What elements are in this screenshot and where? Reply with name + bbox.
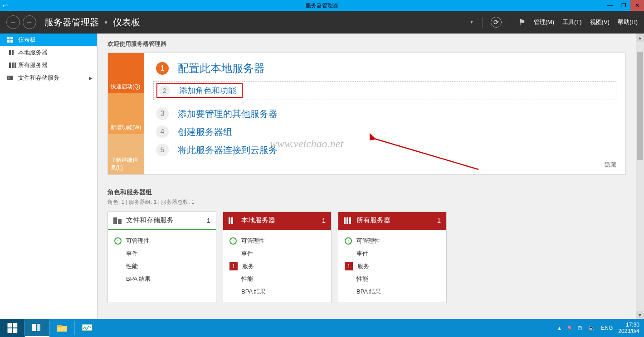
taskbar-app-explorer[interactable] bbox=[50, 319, 74, 337]
role-item-performance[interactable]: 性能 bbox=[229, 273, 325, 285]
header-actions: ▼ ⟳ ⚑ 管理(M) 工具(T) 视图(V) 帮助(H) bbox=[469, 17, 638, 28]
tab-label: 新增功能(W) bbox=[111, 124, 141, 131]
menu-tools[interactable]: 工具(T) bbox=[562, 18, 582, 26]
hide-button[interactable]: 隐藏 bbox=[605, 161, 616, 169]
tray-network-icon[interactable]: ⧉ bbox=[578, 324, 582, 332]
role-item-label: 事件 bbox=[126, 250, 138, 258]
tab-learnmore[interactable]: 了解详细信息(L) bbox=[108, 134, 144, 174]
step-add-roles-features[interactable]: 2 添加角色和功能 bbox=[156, 83, 243, 98]
step-connect-cloud[interactable]: 5 将此服务器连接到云服务 bbox=[156, 144, 614, 156]
svg-rect-2 bbox=[37, 324, 40, 331]
role-item-label: 服务 bbox=[242, 262, 254, 270]
scroll-down-icon[interactable]: ▼ bbox=[636, 311, 644, 319]
role-card-local-server: 本地服务器 1 ↑可管理性 事件 1服务 性能 BPA 结果 bbox=[223, 212, 332, 303]
role-card-count: 1 bbox=[437, 217, 441, 224]
role-item-label: 服务 bbox=[357, 262, 369, 270]
role-item-label: 性能 bbox=[241, 275, 253, 283]
tray-chevron-up-icon[interactable]: ▴ bbox=[558, 324, 561, 332]
menu-manage[interactable]: 管理(M) bbox=[534, 18, 555, 26]
roles-heading: 角色和服务器组 bbox=[107, 188, 626, 197]
window-title: 服务器管理器 bbox=[306, 2, 338, 10]
role-card-header[interactable]: 本地服务器 1 bbox=[223, 212, 331, 230]
step-number-icon: 2 bbox=[159, 85, 170, 96]
role-item-label: 可管理性 bbox=[241, 237, 265, 245]
tray-clock[interactable]: 17:30 2023/8/4 bbox=[618, 322, 639, 335]
role-item-bpa[interactable]: BPA 结果 bbox=[345, 285, 440, 298]
taskbar-app-server-manager[interactable] bbox=[25, 319, 49, 337]
server-icon bbox=[229, 217, 237, 224]
notifications-flag-icon[interactable]: ⚑ bbox=[518, 17, 526, 27]
close-button[interactable]: ✕ bbox=[630, 0, 644, 11]
role-item-events[interactable]: 事件 bbox=[345, 247, 440, 260]
role-card-header[interactable]: 所有服务器 1 bbox=[338, 212, 446, 230]
breadcrumb-dropdown-icon[interactable]: ▼ bbox=[470, 20, 474, 24]
taskbar-app-monitor[interactable] bbox=[75, 319, 99, 337]
scrollbar-thumb[interactable] bbox=[637, 52, 643, 160]
role-item-bpa[interactable]: BPA 结果 bbox=[114, 273, 210, 285]
vertical-scrollbar[interactable]: ▲ ▼ bbox=[636, 34, 644, 319]
role-cards: 文件和存储服务 1 ↑可管理性 事件 性能 BPA 结果 本地服务器 bbox=[107, 212, 626, 303]
tray-flag-icon[interactable]: ⚑ bbox=[566, 324, 572, 332]
sidebar-item-file-storage[interactable]: 文件和存储服务 ▶ bbox=[0, 72, 97, 84]
step-link: 创建服务器组 bbox=[178, 126, 232, 138]
role-item-events[interactable]: 事件 bbox=[114, 247, 210, 260]
refresh-button[interactable]: ⟳ bbox=[491, 17, 502, 28]
role-item-label: 可管理性 bbox=[126, 237, 150, 245]
role-item-services[interactable]: 1服务 bbox=[229, 260, 325, 273]
breadcrumb-app: 服务器管理器 bbox=[44, 16, 99, 29]
tray-volume-icon[interactable]: 🔈 bbox=[588, 324, 595, 332]
step-number-icon: 5 bbox=[156, 144, 169, 156]
step-create-server-group[interactable]: 4 创建服务器组 bbox=[156, 125, 614, 138]
sidebar-item-label: 文件和存储服务 bbox=[18, 74, 59, 82]
back-button[interactable]: ← bbox=[6, 15, 20, 29]
tab-label: 了解详细信息(L) bbox=[111, 156, 141, 172]
sidebar-item-label: 本地服务器 bbox=[18, 48, 48, 57]
role-card-title: 所有服务器 bbox=[356, 216, 390, 225]
system-tray: ▴ ⚑ ⧉ 🔈 ENG 17:30 2023/8/4 bbox=[558, 322, 644, 335]
role-item-bpa[interactable]: BPA 结果 bbox=[229, 285, 325, 298]
taskbar: ▴ ⚑ ⧉ 🔈 ENG 17:30 2023/8/4 bbox=[0, 319, 644, 337]
role-card-title: 本地服务器 bbox=[241, 216, 275, 225]
scroll-up-icon[interactable]: ▲ bbox=[636, 34, 644, 42]
tab-whatsnew[interactable]: 新增功能(W) bbox=[108, 93, 144, 134]
role-item-events[interactable]: 事件 bbox=[229, 247, 325, 260]
step-configure-local-server[interactable]: 1 配置此本地服务器 bbox=[156, 61, 614, 76]
all-servers-icon bbox=[344, 217, 352, 224]
role-item-manageability[interactable]: ↑可管理性 bbox=[229, 235, 325, 247]
role-item-label: 性能 bbox=[356, 275, 368, 283]
forward-button[interactable]: → bbox=[23, 15, 36, 29]
status-ok-icon: ↑ bbox=[114, 237, 122, 245]
step-link: 添加要管理的其他服务器 bbox=[178, 108, 278, 120]
role-item-manageability[interactable]: ↑可管理性 bbox=[345, 235, 440, 247]
step-add-other-servers[interactable]: 3 添加要管理的其他服务器 bbox=[156, 107, 614, 120]
menu-help[interactable]: 帮助(H) bbox=[618, 18, 638, 26]
maximize-button[interactable]: ❐ bbox=[617, 0, 630, 11]
breadcrumb: 服务器管理器 • 仪表板 bbox=[44, 16, 140, 29]
sidebar-item-all-servers[interactable]: 所有服务器 bbox=[0, 59, 97, 72]
tray-language[interactable]: ENG bbox=[601, 325, 613, 331]
role-item-performance[interactable]: 性能 bbox=[114, 260, 210, 273]
role-item-services[interactable]: 1服务 bbox=[345, 260, 440, 273]
role-card-file-storage: 文件和存储服务 1 ↑可管理性 事件 性能 BPA 结果 bbox=[107, 212, 216, 303]
sidebar-item-local-server[interactable]: 本地服务器 bbox=[0, 46, 97, 59]
role-item-label: 性能 bbox=[126, 262, 138, 270]
role-card-count: 1 bbox=[207, 217, 210, 224]
tray-time: 17:30 bbox=[618, 322, 639, 328]
minimize-button[interactable]: — bbox=[603, 0, 617, 11]
app-icon: ▭ bbox=[0, 0, 11, 11]
tab-label: 快速启动(Q) bbox=[111, 83, 140, 91]
svg-rect-1 bbox=[32, 324, 36, 331]
sidebar-item-dashboard[interactable]: 仪表板 bbox=[0, 34, 97, 46]
status-ok-icon: ↑ bbox=[345, 237, 352, 245]
main-area: 仪表板 本地服务器 所有服务器 文件和存储服务 ▶ 欢迎使用服务器管理器 快速启… bbox=[0, 34, 644, 319]
header-separator bbox=[510, 17, 510, 28]
storage-icon bbox=[6, 75, 14, 81]
start-button[interactable] bbox=[0, 319, 24, 337]
role-card-header[interactable]: 文件和存储服务 1 bbox=[108, 212, 216, 230]
nav-arrows: ← → bbox=[6, 15, 36, 29]
role-item-performance[interactable]: 性能 bbox=[345, 273, 440, 285]
role-item-manageability[interactable]: ↑可管理性 bbox=[114, 235, 210, 247]
breadcrumb-page: 仪表板 bbox=[113, 16, 140, 29]
tab-quickstart[interactable]: 快速启动(Q) bbox=[108, 53, 144, 93]
menu-view[interactable]: 视图(V) bbox=[590, 18, 610, 26]
